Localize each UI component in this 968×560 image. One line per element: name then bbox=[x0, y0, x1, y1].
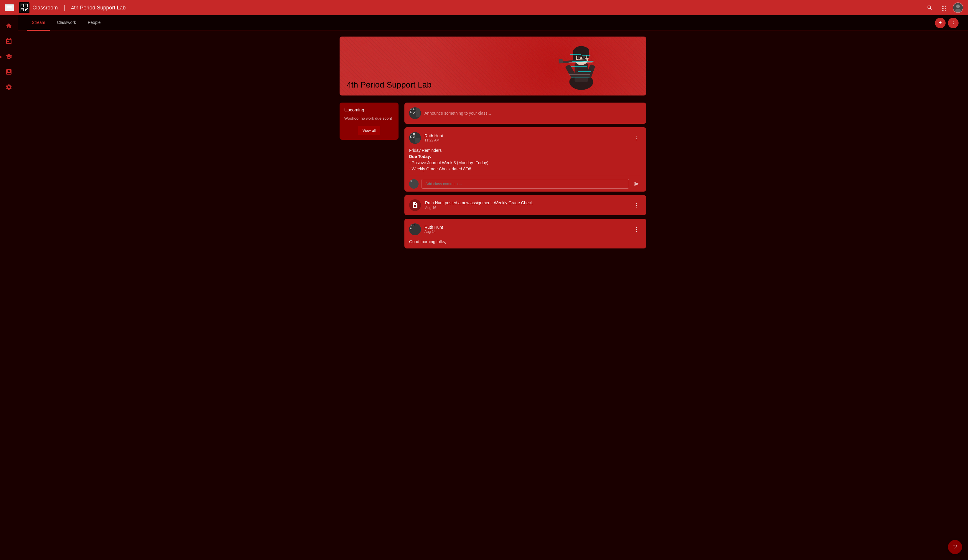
svg-rect-86 bbox=[413, 137, 414, 138]
post-menu-button[interactable]: ⋮ bbox=[632, 133, 641, 142]
svg-rect-42 bbox=[571, 77, 590, 78]
svg-rect-4 bbox=[22, 5, 23, 5]
comment-send-button[interactable] bbox=[632, 179, 641, 189]
menu-button[interactable] bbox=[5, 4, 14, 11]
post-body-bold: Due Today: bbox=[409, 154, 641, 160]
content-area: 4th Period Support Lab Upcoming Woohoo, … bbox=[316, 31, 670, 254]
svg-rect-15 bbox=[21, 10, 23, 10]
top-header: Classroom | 4th Period Support Lab bbox=[0, 0, 968, 15]
upcoming-panel: Upcoming Woohoo, no work due soon! View … bbox=[340, 103, 398, 140]
svg-rect-96 bbox=[411, 225, 411, 226]
logo-area: Classroom bbox=[19, 2, 58, 13]
sidebar-item-calendar[interactable] bbox=[2, 34, 16, 48]
post-body-item-2: - Weekly Grade Check dated 8/98 bbox=[409, 166, 641, 172]
comment-input[interactable] bbox=[421, 179, 629, 189]
upcoming-empty-text: Woohoo, no work due soon! bbox=[344, 116, 394, 121]
second-post-author: Ruth Hunt bbox=[424, 225, 628, 230]
svg-rect-9 bbox=[26, 5, 27, 5]
tab-people[interactable]: People bbox=[83, 15, 106, 31]
svg-rect-62 bbox=[413, 111, 413, 111]
svg-rect-53 bbox=[410, 109, 411, 109]
post-comment-area bbox=[404, 176, 646, 192]
svg-rect-43 bbox=[570, 54, 581, 55]
svg-rect-83 bbox=[410, 137, 411, 138]
svg-rect-61 bbox=[410, 112, 411, 113]
hero-title: 4th Period Support Lab bbox=[340, 74, 439, 96]
announce-input[interactable]: Announce something to your class... bbox=[424, 111, 641, 116]
expand-arrow-icon: ▶ bbox=[0, 55, 2, 58]
svg-rect-46 bbox=[577, 69, 591, 69]
help-button[interactable]: ? bbox=[948, 540, 962, 554]
svg-rect-60 bbox=[410, 111, 411, 112]
sidebar-item-courses[interactable]: ▶ bbox=[2, 50, 16, 64]
svg-rect-91 bbox=[410, 181, 411, 181]
post-header: Ruth Hunt 11:22 AM ⋮ bbox=[404, 128, 646, 146]
announce-avatar bbox=[409, 107, 421, 119]
post-author: Ruth Hunt bbox=[424, 134, 628, 138]
svg-rect-51 bbox=[410, 108, 411, 109]
header-class-title: 4th Period Support Lab bbox=[71, 5, 126, 11]
svg-point-23 bbox=[956, 5, 960, 8]
svg-rect-47 bbox=[569, 74, 590, 75]
comment-avatar bbox=[409, 179, 419, 189]
more-action-button[interactable]: ⋮ bbox=[948, 18, 958, 28]
svg-rect-20 bbox=[26, 9, 27, 10]
assignment-date: Aug 16 bbox=[425, 206, 628, 210]
svg-rect-3 bbox=[21, 5, 22, 5]
post-card-second: Ruth Hunt Aug 14 ⋮ Good morning folks, bbox=[404, 219, 646, 249]
header-icons bbox=[924, 2, 963, 13]
second-post-header: Ruth Hunt Aug 14 ⋮ bbox=[404, 219, 646, 237]
add-action-button[interactable]: + bbox=[935, 18, 946, 28]
tab-stream[interactable]: Stream bbox=[27, 15, 50, 31]
second-post-menu-button[interactable]: ⋮ bbox=[632, 225, 641, 234]
view-all-button[interactable]: View all bbox=[358, 126, 381, 135]
svg-rect-85 bbox=[414, 136, 415, 136]
svg-rect-40 bbox=[571, 66, 587, 67]
second-post-preview: Good morning folks, bbox=[409, 239, 641, 245]
apps-button[interactable] bbox=[938, 2, 949, 13]
svg-rect-102 bbox=[414, 225, 414, 225]
svg-point-24 bbox=[955, 9, 961, 13]
svg-rect-5 bbox=[21, 6, 22, 6]
svg-rect-63 bbox=[414, 111, 414, 111]
post-card-friday: Ruth Hunt 11:22 AM ⋮ Friday Reminders Du… bbox=[404, 128, 646, 192]
search-button[interactable] bbox=[924, 2, 935, 13]
user-avatar[interactable] bbox=[953, 2, 963, 13]
upcoming-title: Upcoming bbox=[344, 107, 394, 112]
sidebar-item-home[interactable] bbox=[2, 19, 16, 33]
svg-rect-74 bbox=[410, 134, 411, 134]
stream-cards: Announce something to your class... bbox=[404, 103, 646, 249]
svg-rect-72 bbox=[410, 133, 411, 134]
svg-rect-57 bbox=[413, 109, 414, 109]
app-name: Classroom bbox=[32, 5, 58, 11]
two-column-layout: Upcoming Woohoo, no work due soon! View … bbox=[340, 103, 646, 249]
svg-rect-68 bbox=[416, 108, 420, 117]
assignment-card: Ruth Hunt posted a new assignment: Weekl… bbox=[404, 195, 646, 215]
svg-rect-64 bbox=[414, 111, 416, 111]
sidebar-item-settings[interactable] bbox=[2, 80, 16, 94]
svg-rect-10 bbox=[25, 6, 26, 6]
svg-point-33 bbox=[577, 56, 580, 59]
svg-rect-44 bbox=[582, 55, 590, 56]
svg-rect-29 bbox=[574, 50, 576, 61]
svg-rect-79 bbox=[413, 134, 415, 135]
svg-rect-18 bbox=[27, 8, 28, 9]
post-meta: Ruth Hunt 11:22 AM bbox=[424, 134, 628, 142]
assignment-menu-button[interactable]: ⋮ bbox=[632, 200, 641, 210]
post-body-item-1: - Positive Journal Week 3 (Monday- Frida… bbox=[409, 160, 641, 166]
sidebar-item-todo[interactable] bbox=[2, 65, 16, 79]
post-body: Friday Reminders Due Today: - Positive J… bbox=[404, 146, 646, 176]
svg-rect-30 bbox=[587, 50, 589, 58]
tab-actions: + ⋮ bbox=[935, 18, 958, 28]
svg-rect-36 bbox=[559, 59, 563, 64]
svg-rect-82 bbox=[410, 136, 411, 137]
tab-classwork[interactable]: Classwork bbox=[52, 15, 81, 31]
svg-rect-99 bbox=[410, 227, 411, 229]
svg-rect-56 bbox=[413, 108, 414, 109]
second-post-avatar bbox=[409, 224, 421, 235]
second-post-time: Aug 14 bbox=[424, 230, 628, 234]
svg-rect-21 bbox=[25, 10, 26, 11]
main-content: Stream Classwork People + ⋮ bbox=[18, 15, 968, 254]
svg-rect-87 bbox=[415, 138, 420, 143]
second-post-body: Good morning folks, bbox=[404, 237, 646, 249]
